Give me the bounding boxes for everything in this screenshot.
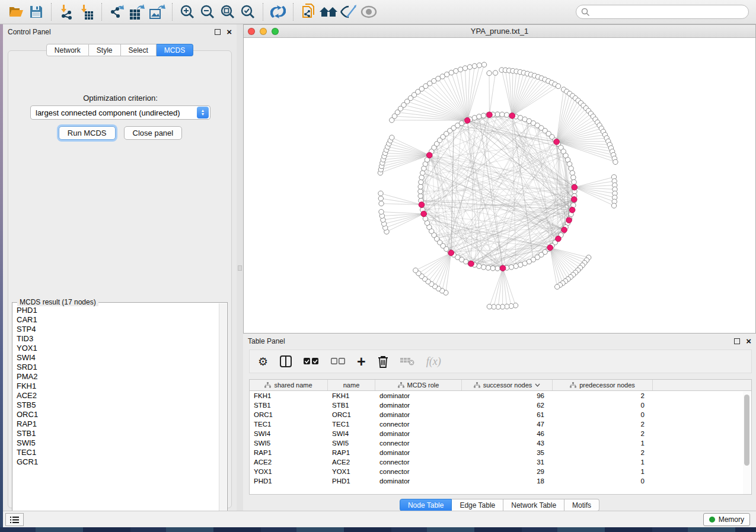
cell-successor_nodes[interactable]: 31	[462, 459, 553, 466]
network-node[interactable]	[426, 152, 432, 158]
network-node[interactable]	[570, 171, 575, 175]
table-row[interactable]: STB1STB1dominator620	[250, 400, 751, 410]
network-node[interactable]	[495, 112, 500, 117]
cell-successor_nodes[interactable]: 96	[462, 392, 553, 399]
network-node[interactable]	[421, 211, 427, 217]
cell-mcds_role[interactable]: connector	[375, 459, 462, 466]
table-row[interactable]: SWI4SWI4dominator462	[250, 429, 751, 438]
cell-name[interactable]: PHD1	[328, 477, 375, 485]
network-node[interactable]	[419, 180, 423, 184]
cell-successor_nodes[interactable]: 61	[462, 411, 553, 418]
network-node[interactable]	[572, 180, 576, 184]
mcds-result-item[interactable]: SWI5	[12, 438, 219, 448]
tab-node-table[interactable]: Node Table	[400, 499, 452, 511]
network-node[interactable]	[472, 63, 477, 68]
select-all-rows-icon[interactable]	[304, 354, 319, 369]
first-neighbors-icon[interactable]	[268, 3, 288, 21]
network-node[interactable]	[419, 202, 425, 208]
network-node[interactable]	[513, 264, 518, 268]
cell-predecessor_nodes[interactable]: 2	[553, 421, 653, 428]
column-settings-icon[interactable]	[280, 354, 292, 369]
splitter-handle[interactable]	[238, 265, 242, 271]
network-node[interactable]	[448, 250, 454, 256]
network-node[interactable]	[378, 191, 383, 196]
cell-mcds_role[interactable]: connector	[375, 468, 462, 475]
network-window-titlebar[interactable]: YPA_prune.txt_1	[244, 25, 755, 38]
network-node[interactable]	[454, 69, 458, 73]
network-node[interactable]	[487, 112, 493, 118]
network-node[interactable]	[556, 236, 562, 242]
cell-name[interactable]: TEC1	[328, 421, 375, 428]
cell-mcds_role[interactable]: dominator	[375, 449, 462, 456]
export-network-icon[interactable]	[107, 3, 127, 21]
table-row[interactable]: FKH1FKH1dominator962	[250, 391, 751, 400]
mcds-result-item[interactable]: TEC1	[12, 448, 219, 457]
cell-successor_nodes[interactable]: 46	[462, 430, 553, 437]
table-scrollbar[interactable]	[743, 392, 751, 495]
network-node[interactable]	[462, 66, 467, 70]
tab-network[interactable]: Network	[46, 44, 89, 56]
table-row[interactable]: RAP1RAP1dominator352	[250, 448, 751, 457]
network-node[interactable]	[458, 67, 462, 72]
network-node[interactable]	[418, 189, 423, 194]
cell-shared_name[interactable]: RAP1	[250, 449, 328, 456]
search-input[interactable]	[590, 6, 748, 18]
tab-network-table[interactable]: Network Table	[503, 499, 564, 511]
deselect-all-rows-icon[interactable]	[331, 354, 345, 369]
network-node[interactable]	[487, 304, 492, 309]
table-row[interactable]: TEC1TEC1connector472	[250, 419, 751, 429]
cell-mcds_role[interactable]: dominator	[375, 411, 462, 418]
table-row[interactable]: YOX1YOX1connector291	[250, 467, 751, 476]
cell-shared_name[interactable]: TEC1	[250, 421, 328, 428]
cell-predecessor_nodes[interactable]: 0	[553, 402, 653, 409]
network-node[interactable]	[509, 113, 515, 119]
network-node[interactable]	[490, 266, 495, 271]
network-node[interactable]	[418, 184, 423, 189]
mcds-result-item[interactable]: RAP1	[12, 419, 219, 429]
network-node[interactable]	[419, 175, 424, 180]
cell-name[interactable]: FKH1	[328, 392, 375, 399]
cell-mcds_role[interactable]: dominator	[375, 402, 462, 409]
table-row[interactable]: SWI5SWI5connector431	[250, 438, 751, 448]
cell-predecessor_nodes[interactable]: 1	[553, 440, 653, 447]
cell-shared_name[interactable]: SWI5	[250, 440, 328, 447]
mcds-result-item[interactable]: ACE2	[12, 391, 219, 400]
cell-name[interactable]: ACE2	[328, 459, 375, 466]
network-node[interactable]	[556, 84, 560, 88]
mcds-result-item[interactable]: STB5	[12, 400, 219, 410]
close-panel-icon[interactable]: ×	[746, 338, 751, 344]
cell-name[interactable]: ORC1	[328, 411, 375, 418]
hide-selected-icon[interactable]	[339, 3, 359, 21]
tab-motifs[interactable]: Motifs	[564, 499, 599, 511]
run-mcds-button[interactable]: Run MCDS	[59, 126, 116, 140]
tab-style[interactable]: Style	[89, 44, 121, 56]
cell-shared_name[interactable]: PHD1	[250, 477, 328, 485]
cell-successor_nodes[interactable]: 29	[462, 468, 553, 475]
network-node[interactable]	[566, 217, 572, 223]
network-node[interactable]	[477, 114, 481, 119]
network-node[interactable]	[571, 175, 576, 180]
cell-shared_name[interactable]: ACE2	[250, 459, 328, 466]
network-node[interactable]	[572, 184, 578, 190]
cell-successor_nodes[interactable]: 62	[462, 402, 553, 409]
mcds-result-item[interactable]: ORC1	[12, 410, 219, 419]
cell-successor_nodes[interactable]: 18	[462, 477, 553, 485]
network-node[interactable]	[481, 113, 486, 118]
cell-predecessor_nodes[interactable]: 1	[553, 459, 653, 466]
zoom-fit-icon[interactable]	[218, 3, 238, 21]
network-node[interactable]	[571, 197, 577, 203]
mcds-result-item[interactable]: PHD1	[12, 306, 219, 315]
cell-predecessor_nodes[interactable]: 2	[553, 449, 653, 456]
network-node[interactable]	[468, 261, 474, 267]
cell-shared_name[interactable]: SWI4	[250, 430, 328, 437]
search-box[interactable]	[576, 5, 749, 19]
float-panel-icon[interactable]	[215, 29, 221, 35]
network-node[interactable]	[481, 62, 486, 67]
scrollbar-thumb[interactable]	[744, 395, 749, 466]
cell-mcds_role[interactable]: connector	[375, 440, 462, 447]
mcds-result-item[interactable]: TID3	[12, 334, 219, 344]
cell-predecessor_nodes[interactable]: 0	[553, 477, 653, 485]
network-node[interactable]	[418, 194, 423, 198]
network-node[interactable]	[500, 112, 505, 117]
zoom-selected-icon[interactable]	[238, 3, 258, 21]
